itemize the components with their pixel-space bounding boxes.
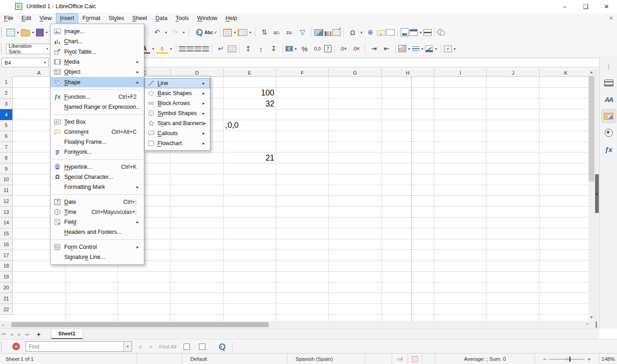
close-document-icon[interactable]: ✕ — [609, 15, 613, 21]
insert-menu-item-shape[interactable]: Shape▸ — [51, 77, 144, 87]
column-header-h[interactable]: H — [382, 69, 434, 77]
insert-menu-item-fontwork[interactable]: FFontwork... — [51, 147, 144, 157]
column-header-f[interactable]: F — [276, 69, 329, 77]
border-style-dropdown-icon[interactable]: ▼ — [420, 47, 425, 51]
sheet-split-grip[interactable] — [596, 322, 597, 328]
headers-footers-icon[interactable] — [401, 28, 408, 36]
insert-row-dropdown-icon[interactable]: ▼ — [232, 31, 237, 34]
border-color-dropdown-icon[interactable]: ▼ — [433, 47, 439, 51]
menu-tools[interactable]: Tools — [172, 13, 193, 23]
menu-sheet[interactable]: Sheet — [128, 13, 152, 23]
find-all-button[interactable]: Find All — [159, 344, 177, 349]
border-color-icon[interactable] — [425, 46, 433, 52]
sheet-number-status[interactable]: Sheet 1 of 1 — [0, 354, 137, 364]
zoom-percent[interactable]: 148% — [599, 354, 617, 364]
add-sheet-button[interactable]: + — [34, 330, 44, 338]
previous-sheet-icon[interactable]: ◂ — [8, 332, 15, 337]
row-header-21[interactable]: 21 — [0, 293, 13, 304]
row-header-17[interactable]: 17 — [0, 250, 13, 261]
hyperlink-icon[interactable]: ⊕ — [364, 27, 376, 38]
sort-descending-icon[interactable]: za↓ — [284, 27, 296, 38]
open-folder-icon[interactable] — [21, 30, 30, 36]
insert-image-icon[interactable] — [314, 29, 323, 36]
menu-styles[interactable]: Styles — [104, 13, 128, 23]
cell-e5[interactable]: ,0,0 — [224, 120, 276, 131]
insert-mode-status[interactable]: ▭I — [392, 354, 408, 364]
last-sheet-icon[interactable]: ⏭ — [23, 332, 31, 337]
row-header-14[interactable]: 14 — [0, 217, 13, 228]
horizontal-scrollbar-thumb[interactable] — [11, 322, 269, 327]
menu-edit[interactable]: Edit — [17, 13, 36, 23]
insert-menu-item-object[interactable]: Object▸ — [51, 67, 144, 77]
insert-column-dropdown-icon[interactable]: ▼ — [248, 31, 253, 34]
spelling-icon[interactable]: Abc — [204, 27, 217, 38]
borders-icon[interactable] — [398, 45, 406, 52]
freeze-rows-columns-dropdown-icon[interactable]: ▼ — [418, 31, 423, 34]
match-case-checkbox[interactable] — [199, 344, 205, 350]
styles-icon[interactable]: AA — [602, 93, 616, 106]
center-vertically-icon[interactable]: ↕ — [255, 43, 267, 54]
align-center-icon[interactable] — [187, 46, 194, 51]
shape-submenu-item-basic-shapes[interactable]: Basic Shapes▸ — [145, 88, 210, 98]
shape-submenu-item-symbol-shapes[interactable]: Symbol Shapes▸ — [145, 108, 210, 118]
shape-submenu-item-flowchart[interactable]: Flowchart▸ — [145, 138, 210, 148]
number-format-icon[interactable]: 0.0 — [311, 43, 323, 54]
percent-format-icon[interactable]: % — [299, 43, 311, 54]
save-status[interactable] — [408, 354, 422, 364]
shape-submenu-item-block-arrows[interactable]: Block Arrows▸ — [145, 98, 210, 108]
column-header-i[interactable]: I — [434, 69, 487, 77]
shape-submenu-item-line[interactable]: Line▸ — [145, 78, 210, 88]
save-icon[interactable] — [36, 29, 44, 36]
first-sheet-icon[interactable]: ⏮ — [0, 332, 8, 337]
borders-dropdown-icon[interactable]: ▼ — [407, 47, 412, 51]
row-header-2[interactable]: 2 — [0, 88, 13, 99]
sidebar-hide-handle[interactable]: ▶ — [595, 174, 599, 213]
save-dropdown-icon[interactable]: ▼ — [44, 31, 49, 34]
scroll-up-icon[interactable]: ▲ — [588, 69, 595, 76]
toolbar-grip[interactable] — [1, 342, 5, 352]
average-sum-status[interactable]: Average: ; Sum: 0 — [435, 354, 535, 364]
insert-menu-item-media[interactable]: Media▸ — [51, 57, 144, 67]
conditional-formatting-dropdown-icon[interactable]: ▼ — [452, 47, 457, 51]
insert-menu-item-floating-frame[interactable]: Floating Frame... — [51, 137, 144, 147]
insert-menu-item-named-range-or-expression[interactable]: Named Range or Expression... — [51, 102, 144, 112]
toolbar-grip[interactable] — [1, 44, 5, 54]
menu-insert[interactable]: Insert — [56, 13, 78, 23]
align-bottom-icon[interactable]: ↧ — [268, 43, 280, 54]
row-header-8[interactable]: 8 — [0, 152, 13, 163]
column-header-j[interactable]: J — [487, 69, 540, 77]
align-left-icon[interactable] — [179, 46, 186, 51]
zoom-thumb[interactable] — [569, 357, 571, 362]
row-header-7[interactable]: 7 — [0, 142, 13, 153]
insert-menu-item-pivot-table[interactable]: Pivot Table... — [51, 47, 144, 57]
delete-decimal-icon[interactable]: .0 — [350, 43, 362, 54]
functions-icon[interactable]: ƒx — [602, 143, 616, 156]
scroll-left-icon[interactable]: ‹ — [0, 322, 6, 328]
name-box[interactable]: B4 ▼ — [1, 58, 49, 67]
menu-help[interactable]: Help — [221, 13, 241, 23]
special-character-icon[interactable]: Ω — [347, 27, 358, 38]
comment-icon[interactable] — [377, 30, 385, 36]
find-input[interactable] — [26, 343, 123, 350]
select-all-corner[interactable] — [0, 69, 13, 77]
zoom-track[interactable] — [549, 359, 585, 359]
insert-menu-item-hyperlink[interactable]: Hyperlink...Ctrl+K — [51, 162, 144, 172]
column-header-g[interactable]: G — [329, 69, 382, 77]
sort-ascending-icon[interactable]: az↓ — [271, 27, 283, 38]
find-previous-icon[interactable]: ∧ — [138, 344, 143, 350]
close-find-bar-icon[interactable]: ✕ — [12, 343, 20, 350]
merge-cells-icon[interactable] — [228, 46, 236, 52]
new-document-icon[interactable] — [6, 29, 15, 36]
show-draw-functions-icon[interactable] — [438, 30, 445, 35]
zoom-out-icon[interactable]: − — [543, 356, 546, 363]
insert-row-icon[interactable] — [223, 29, 232, 36]
insert-menu-item-form-control[interactable]: Form Control▸ — [51, 242, 144, 252]
cell-e2[interactable]: 100 — [224, 88, 276, 99]
language-status[interactable]: Spanish (Spain) — [287, 354, 365, 364]
zoom-in-icon[interactable]: + — [587, 356, 591, 363]
insert-menu-item-headers-and-footers[interactable]: Headers and Footers... — [51, 227, 144, 237]
row-header-10[interactable]: 10 — [0, 174, 13, 185]
align-top-icon[interactable]: ↥ — [242, 43, 254, 54]
insert-column-icon[interactable] — [238, 29, 247, 36]
special-character-dropdown-icon[interactable]: ▼ — [359, 31, 364, 34]
